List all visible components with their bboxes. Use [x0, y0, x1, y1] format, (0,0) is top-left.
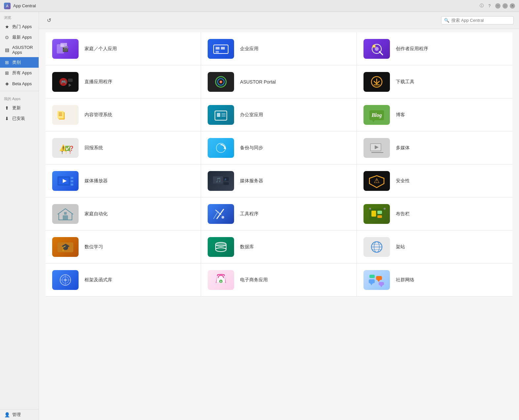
- refresh-button[interactable]: ↺: [44, 16, 53, 25]
- svg-text:🎮: 🎮: [61, 79, 67, 85]
- cms-icon: [52, 105, 79, 125]
- grid-cell-blog[interactable]: Blog 博客: [357, 98, 512, 131]
- grid-cell-ecommerce[interactable]: $ 电子商务应用: [201, 263, 357, 297]
- grid-cell-backup[interactable]: 备份与同步: [201, 131, 357, 164]
- grid-scroll[interactable]: 🎬 家庭／个人应用 企业应用: [39, 29, 519, 420]
- svg-rect-14: [68, 79, 73, 82]
- sidebar-item-admin[interactable]: 👤 管理: [0, 409, 39, 420]
- svg-rect-69: [371, 211, 376, 217]
- svg-point-73: [384, 208, 386, 210]
- office-label: 办公室应用: [240, 112, 263, 118]
- minimize-button[interactable]: ─: [495, 3, 501, 9]
- grid-cell-feedback[interactable]: ⚠️ ✅ ❓ ↑ ↑ ↑ 回报系统: [46, 131, 201, 164]
- svg-rect-57: [224, 182, 229, 185]
- installed-icon: ⬇: [4, 116, 10, 122]
- multimedia-icon: [363, 138, 390, 158]
- portal-icon: [208, 72, 234, 92]
- grid-cell-database[interactable]: 数据库: [201, 230, 357, 263]
- svg-text:↑: ↑: [65, 149, 67, 155]
- grid-cell-social[interactable]: 社群网络: [357, 263, 512, 297]
- download-icon: [363, 72, 390, 92]
- grid-cell-home[interactable]: 🎬 家庭／个人应用: [46, 32, 201, 65]
- maximize-button[interactable]: □: [502, 3, 508, 9]
- framework-icon: [52, 270, 79, 290]
- grid-cell-office[interactable]: 办公室应用: [201, 98, 357, 131]
- grid-cell-security[interactable]: ⚠ 安全性: [357, 164, 512, 197]
- sidebar-item-new-label: 最新 Apps: [12, 34, 32, 40]
- svg-point-19: [221, 81, 222, 82]
- svg-rect-97: [376, 276, 382, 280]
- ecommerce-icon: $: [208, 270, 234, 290]
- svg-rect-6: [216, 51, 219, 53]
- grid-cell-download[interactable]: 下载工具: [357, 65, 512, 98]
- svg-rect-52: [71, 180, 73, 182]
- grid-cell-multimedia[interactable]: 多媒体: [357, 131, 512, 164]
- security-icon: ⚠: [363, 171, 390, 191]
- social-label: 社群网络: [396, 277, 414, 283]
- grid-cell-elearning[interactable]: 🎓 数位学习: [46, 230, 201, 263]
- grid-cell-enterprise[interactable]: 企业应用: [201, 32, 357, 65]
- svg-text:♬: ♬: [224, 178, 226, 181]
- content-area: ↺ 🔍 🎬 家庭／个人应用: [39, 12, 519, 420]
- grid-cell-mediaserver[interactable]: 🎵 ♬ 媒体服务器: [201, 164, 357, 197]
- svg-marker-15: [69, 84, 71, 87]
- help-icon[interactable]: ?: [488, 4, 491, 8]
- download-label: 下载工具: [396, 79, 414, 85]
- svg-marker-100: [380, 285, 383, 287]
- bulletin-label: 布告栏: [396, 211, 410, 217]
- app-body: 浏览 ★ 热门 Apps ⊙ 最新 Apps ▤ ASUSTOR Apps ⊞ …: [0, 12, 519, 420]
- creator-label: 创作者应用程序: [396, 46, 428, 52]
- sidebar-item-all-label: 所有 Apps: [12, 70, 32, 76]
- myapps-section-label: 我的 Apps: [0, 93, 39, 103]
- blog-icon: Blog: [363, 105, 390, 125]
- search-box[interactable]: 🔍: [441, 16, 514, 24]
- svg-marker-96: [370, 283, 373, 285]
- window-controls: ⓘ ? ─ □ ✕: [480, 3, 515, 9]
- svg-rect-71: [377, 215, 382, 218]
- star-icon: ★: [4, 24, 10, 30]
- close-button[interactable]: ✕: [510, 3, 515, 9]
- creator-icon: [363, 39, 390, 59]
- grid-cell-mediaplayer[interactable]: 媒体播放器: [46, 164, 201, 197]
- sidebar-divider: [0, 91, 39, 91]
- sidebar-item-asustor[interactable]: ▤ ASUSTOR Apps: [0, 43, 39, 57]
- mediaplayer-icon: [52, 171, 79, 191]
- social-icon: [363, 270, 390, 290]
- feedback-label: 回报系统: [85, 145, 103, 151]
- grid-cell-live[interactable]: 🎮 直播应用程序: [46, 65, 201, 98]
- live-label: 直播应用程序: [85, 79, 112, 85]
- sidebar-item-installed[interactable]: ⬇ 已安装: [0, 113, 39, 124]
- database-icon: [208, 237, 234, 257]
- sidebar-item-category[interactable]: ⊞ 类别: [0, 57, 39, 68]
- info-icon[interactable]: ⓘ: [480, 3, 484, 9]
- grid-cell-portal[interactable]: ASUSTOR Portal: [201, 65, 357, 98]
- browse-section-label: 浏览: [0, 12, 39, 21]
- grid-cell-tools[interactable]: 工具程序: [201, 197, 357, 230]
- svg-text:↑: ↑: [61, 149, 63, 155]
- grid-cell-bulletin[interactable]: 布告栏: [357, 197, 512, 230]
- beta-icon: ◈: [4, 81, 10, 87]
- sidebar-item-update[interactable]: ⬆ 更新: [0, 103, 39, 113]
- sidebar-item-beta[interactable]: ◈ Beta Apps: [0, 78, 39, 89]
- sidebar-item-hot[interactable]: ★ 热门 Apps: [0, 21, 39, 32]
- admin-icon: 👤: [4, 412, 10, 418]
- grid-cell-creator[interactable]: 创作者应用程序: [357, 32, 512, 65]
- svg-rect-95: [369, 279, 375, 283]
- svg-rect-63: [64, 212, 67, 215]
- svg-point-11: [373, 46, 375, 47]
- website-label: 架站: [396, 244, 405, 250]
- search-input[interactable]: [451, 18, 511, 23]
- elearning-label: 数位学习: [85, 244, 103, 250]
- grid-cell-website[interactable]: 架站: [357, 230, 512, 263]
- sidebar-item-new[interactable]: ⊙ 最新 Apps: [0, 32, 39, 43]
- grid-cell-cms[interactable]: 内容管理系统: [46, 98, 201, 131]
- sidebar-item-all[interactable]: ⊞ 所有 Apps: [0, 68, 39, 78]
- blog-label: 博客: [396, 112, 405, 118]
- svg-rect-62: [63, 215, 68, 220]
- homeauto-label: 家庭自动化: [85, 211, 108, 217]
- framework-label: 框架及函式库: [85, 277, 112, 283]
- svg-point-8: [375, 47, 379, 51]
- grid-cell-homeauto[interactable]: 家庭自动化: [46, 197, 201, 230]
- enterprise-label: 企业应用: [240, 46, 259, 52]
- grid-cell-framework[interactable]: 框架及函式库: [46, 263, 201, 297]
